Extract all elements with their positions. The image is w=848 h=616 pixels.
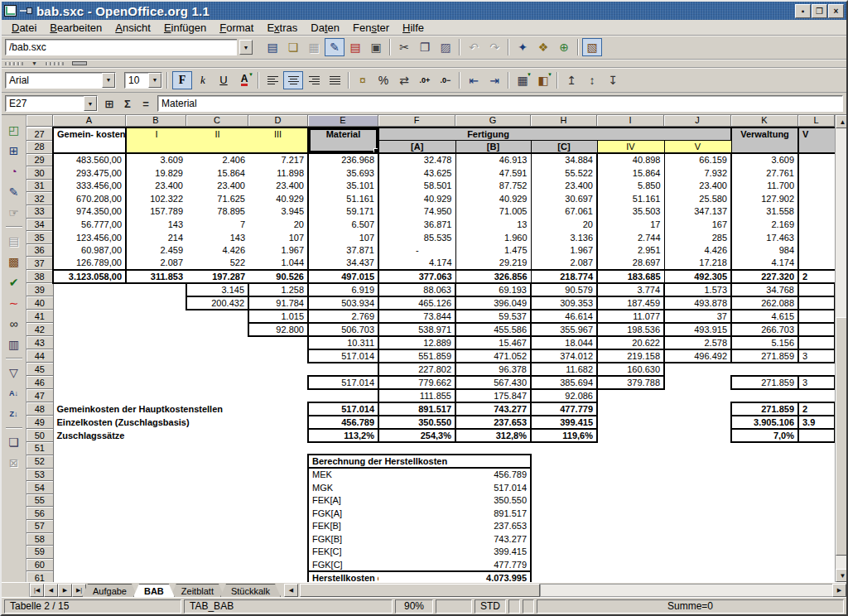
cell[interactable]: [126, 389, 186, 402]
column-header-I[interactable]: I: [597, 115, 664, 127]
cell[interactable]: 219.158: [597, 349, 664, 363]
cell[interactable]: [53, 349, 126, 363]
cell[interactable]: 66.159: [664, 153, 731, 166]
select-all-corner[interactable]: [26, 115, 53, 127]
cell[interactable]: 493.915: [664, 323, 731, 336]
background-color-icon[interactable]: ◧▼: [533, 71, 553, 89]
cell[interactable]: [53, 571, 126, 582]
cell[interactable]: 5.850: [597, 179, 664, 192]
cell[interactable]: [186, 571, 248, 582]
row-header-55[interactable]: 55: [26, 493, 53, 507]
cell[interactable]: 4.174: [731, 257, 798, 270]
chevron-down-icon[interactable]: ▼: [148, 73, 161, 88]
cell[interactable]: [531, 571, 597, 582]
cell[interactable]: [126, 296, 186, 310]
cell[interactable]: [126, 336, 186, 349]
cell[interactable]: [186, 323, 248, 336]
cell[interactable]: 891.517: [378, 507, 531, 520]
cell[interactable]: 27.761: [731, 166, 798, 180]
row-header-49[interactable]: 49: [26, 416, 53, 429]
cell[interactable]: 1.015: [248, 310, 308, 323]
cell[interactable]: [731, 532, 798, 546]
cell[interactable]: [53, 296, 126, 310]
cell[interactable]: [798, 296, 835, 310]
cell[interactable]: [248, 571, 308, 582]
cell[interactable]: [378, 442, 455, 455]
cell[interactable]: [186, 532, 248, 546]
cell[interactable]: 17.463: [731, 231, 798, 244]
cell[interactable]: [186, 442, 248, 455]
menu-einfügen[interactable]: Einfügen: [157, 21, 213, 35]
cell[interactable]: 85.535: [378, 231, 455, 244]
cell[interactable]: 96.378: [455, 363, 531, 376]
cell[interactable]: 477.779: [378, 558, 531, 571]
cell[interactable]: 456.789: [308, 416, 378, 429]
status-zoom[interactable]: 90%: [395, 599, 433, 614]
cell[interactable]: Material: [308, 128, 378, 153]
cell[interactable]: MGK: [308, 481, 378, 494]
cell[interactable]: FEK[A]: [308, 493, 378, 507]
cell[interactable]: II: [186, 128, 248, 153]
cell[interactable]: 15.467: [455, 336, 531, 349]
cell[interactable]: 493.878: [664, 296, 731, 310]
cell[interactable]: 11.700: [731, 179, 798, 192]
cell[interactable]: [531, 546, 597, 559]
cell[interactable]: [53, 336, 126, 349]
cell[interactable]: [664, 532, 731, 546]
cell[interactable]: [531, 481, 597, 494]
cell[interactable]: [798, 493, 835, 507]
cell[interactable]: FEK[B]: [308, 520, 378, 533]
cell[interactable]: 271.859: [731, 376, 798, 389]
cell[interactable]: Verwaltung: [731, 128, 798, 153]
column-header-G[interactable]: G: [455, 115, 531, 127]
form-controls-icon[interactable]: ☞: [3, 203, 25, 223]
cell[interactable]: 396.049: [455, 296, 531, 310]
open-icon[interactable]: ❏: [283, 38, 303, 56]
cell[interactable]: 10.311: [308, 336, 378, 349]
italic-icon[interactable]: k: [193, 71, 213, 89]
cell[interactable]: 984: [731, 243, 798, 257]
cell[interactable]: 37.871: [308, 243, 378, 257]
chevron-down-icon[interactable]: ▼: [31, 60, 37, 66]
cell[interactable]: 40.929: [455, 192, 531, 205]
cell[interactable]: [248, 468, 308, 481]
cell[interactable]: [664, 429, 731, 442]
cell[interactable]: 6.919: [308, 283, 378, 296]
minimize-button[interactable]: ▪: [795, 4, 811, 18]
cell[interactable]: [664, 493, 731, 507]
row-header-44[interactable]: 44: [26, 349, 53, 363]
cell[interactable]: [798, 192, 835, 205]
cell[interactable]: [126, 323, 186, 336]
cell[interactable]: [53, 507, 126, 520]
cell[interactable]: 157.789: [126, 205, 186, 219]
cell[interactable]: 19.829: [126, 166, 186, 180]
cell[interactable]: [664, 546, 731, 559]
horizontal-scroll-track[interactable]: [540, 584, 832, 597]
cell[interactable]: [798, 283, 835, 296]
status-position[interactable]: Tabelle 2 / 15: [4, 599, 181, 614]
cell[interactable]: 40.929: [378, 192, 455, 205]
cell[interactable]: [53, 442, 126, 455]
cell[interactable]: 17.218: [664, 257, 731, 270]
cell[interactable]: 385.694: [531, 376, 597, 389]
cell[interactable]: [597, 571, 664, 582]
cell[interactable]: Fertigung: [378, 128, 597, 141]
column-header-H[interactable]: H: [531, 115, 597, 127]
cell[interactable]: [186, 558, 248, 571]
cell[interactable]: 7,0%: [731, 429, 798, 442]
row-header-47[interactable]: 47: [26, 389, 53, 402]
cell[interactable]: [53, 323, 126, 336]
cell-reference-box[interactable]: E27 ▼: [5, 95, 98, 112]
cell[interactable]: 3.609: [126, 153, 186, 166]
row-header-58[interactable]: 58: [26, 532, 53, 546]
cell[interactable]: 236.968: [308, 153, 378, 166]
sheet-tab-bab[interactable]: BAB: [133, 584, 175, 597]
cell[interactable]: [664, 363, 731, 376]
url-dropdown-icon[interactable]: ▼: [239, 40, 253, 55]
cell[interactable]: 379.788: [597, 376, 664, 389]
cell[interactable]: [126, 283, 186, 296]
number-currency-icon[interactable]: ¤: [353, 71, 373, 89]
cell[interactable]: [248, 507, 308, 520]
cell[interactable]: [597, 532, 664, 546]
cell[interactable]: [731, 507, 798, 520]
